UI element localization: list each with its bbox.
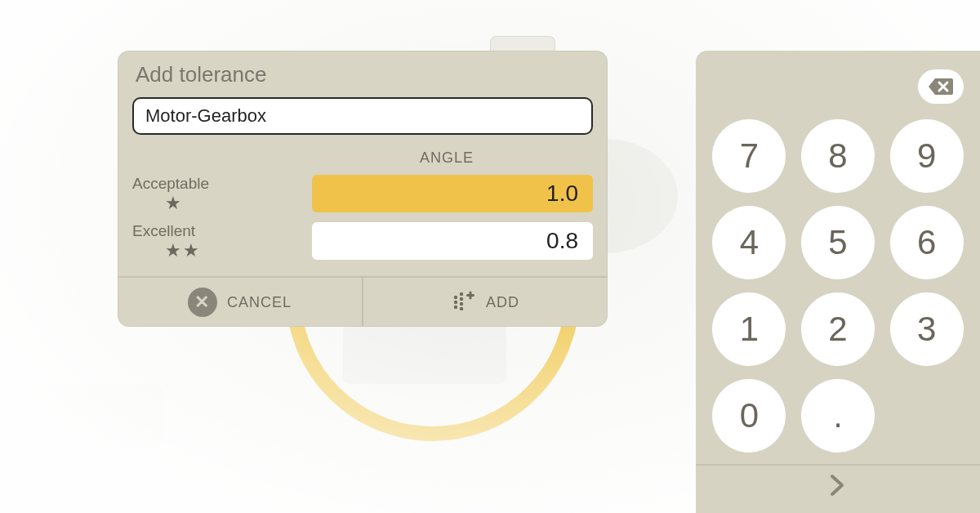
acceptable-label: Acceptable xyxy=(132,175,209,193)
excellent-label: Excellent xyxy=(132,222,195,240)
dialog-footer: ✕ CANCEL ADD xyxy=(118,276,608,327)
cancel-button[interactable]: ✕ CANCEL xyxy=(118,278,362,327)
svg-point-0 xyxy=(454,296,457,299)
acceptable-angle-input[interactable]: 1.0 xyxy=(312,175,593,212)
key-3[interactable]: 3 xyxy=(890,292,964,366)
keypad-grid: 7 8 9 4 5 6 1 2 3 0 . xyxy=(712,119,964,453)
keypad-top xyxy=(712,65,964,108)
chevron-right-icon xyxy=(829,472,847,504)
numeric-keypad: 7 8 9 4 5 6 1 2 3 0 . xyxy=(696,51,980,513)
key-5[interactable]: 5 xyxy=(801,206,875,279)
key-6[interactable]: 6 xyxy=(890,206,964,279)
star-icon: ★ xyxy=(183,242,199,260)
excellent-row: Excellent ★ ★ 0.8 xyxy=(132,221,593,261)
excellent-stars: ★ ★ xyxy=(165,242,199,260)
dialog-title: Add tolerance xyxy=(118,51,608,97)
add-tolerance-dialog: Add tolerance ANGLE Acceptable ★ 1.0 Exc… xyxy=(118,51,608,327)
star-icon: ★ xyxy=(165,194,181,212)
key-8[interactable]: 8 xyxy=(801,119,875,193)
keypad-confirm-button[interactable] xyxy=(696,464,980,510)
svg-rect-8 xyxy=(469,292,471,300)
key-1[interactable]: 1 xyxy=(712,292,786,366)
star-icon: ★ xyxy=(165,242,181,260)
key-0[interactable]: 0 xyxy=(712,379,786,453)
acceptable-label-block: Acceptable ★ xyxy=(132,175,312,212)
angle-column-header: ANGLE xyxy=(312,149,581,167)
excellent-angle-input[interactable]: 0.8 xyxy=(312,222,593,260)
add-label: ADD xyxy=(486,294,519,311)
close-icon: ✕ xyxy=(188,288,217,317)
cancel-label: CANCEL xyxy=(227,294,292,311)
backspace-button[interactable] xyxy=(918,69,964,104)
acceptable-row: Acceptable ★ 1.0 xyxy=(132,173,593,214)
svg-point-1 xyxy=(454,301,457,304)
key-4[interactable]: 4 xyxy=(712,206,786,279)
svg-point-5 xyxy=(460,302,463,306)
key-9[interactable]: 9 xyxy=(890,119,964,193)
svg-point-2 xyxy=(454,306,457,309)
key-decimal[interactable]: . xyxy=(801,379,875,453)
add-button[interactable]: ADD xyxy=(362,278,608,327)
svg-point-4 xyxy=(460,297,463,301)
key-7[interactable]: 7 xyxy=(712,119,786,193)
tolerance-name-input[interactable] xyxy=(132,97,593,135)
key-2[interactable]: 2 xyxy=(801,292,875,366)
add-icon xyxy=(452,289,476,315)
acceptable-stars: ★ xyxy=(165,194,181,212)
svg-point-6 xyxy=(460,307,463,310)
svg-point-3 xyxy=(460,292,463,296)
excellent-label-block: Excellent ★ ★ xyxy=(132,222,312,260)
backspace-icon xyxy=(927,77,955,96)
dialog-body: ANGLE Acceptable ★ 1.0 Excellent ★ ★ 0.8 xyxy=(118,97,608,276)
